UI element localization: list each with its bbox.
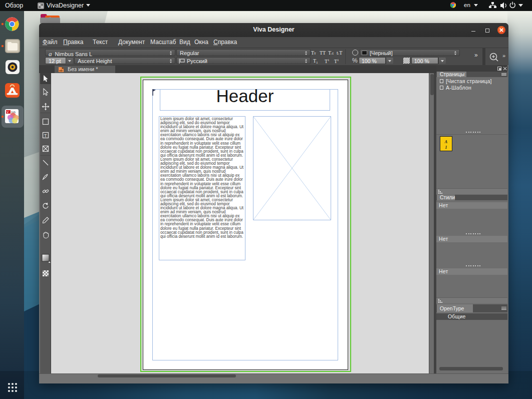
svg-text:T: T xyxy=(44,133,47,138)
svg-text:vb: vb xyxy=(59,69,63,72)
svg-text:V: V xyxy=(7,111,9,114)
